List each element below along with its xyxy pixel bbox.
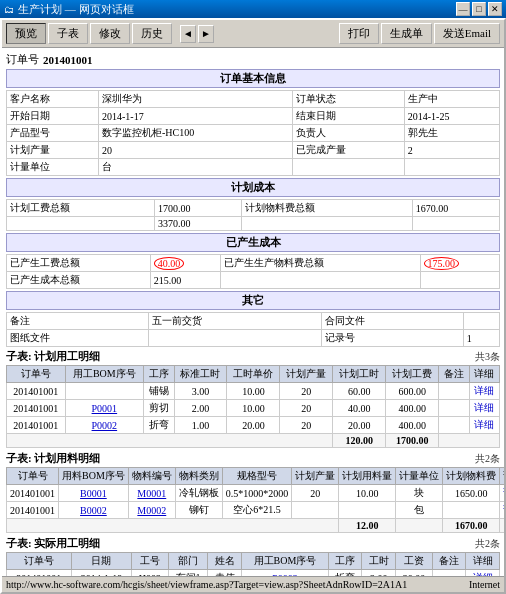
table-row: 已产生成本总额 215.00 <box>7 272 500 289</box>
col-plan-hours: 计划工时 <box>333 366 386 383</box>
field-value: 1670.00 <box>412 200 499 217</box>
table-row: 201401001 B0001 M0001 冷轧钢板 0.5*1000*2000… <box>7 485 505 502</box>
cell-plan-fee: 600.00 <box>386 383 439 400</box>
cell-unit-price: 10.00 <box>227 400 280 417</box>
total-usage: 12.00 <box>339 519 396 533</box>
plan-cost-table: 计划工费总额 1700.00 计划物料费总额 1670.00 3370.00 <box>6 199 500 231</box>
cell-process: 铺锡 <box>144 383 174 400</box>
basic-info-table: 客户名称 深圳华为 订单状态 生产中 开始日期 2014-1-17 结束日期 2… <box>6 90 500 176</box>
field-label: 订单状态 <box>293 91 405 108</box>
field-label: 计划物料费总额 <box>242 200 412 217</box>
col-std-hours: 标准工时 <box>174 366 227 383</box>
field-value-red: 40.00 <box>150 255 220 272</box>
table-row: 计划工费总额 1700.00 计划物料费总额 1670.00 <box>7 200 500 217</box>
total-unit <box>396 519 443 533</box>
cell-order-id: 201401001 <box>7 417 66 434</box>
col-plan-usage: 计划用料量 <box>339 468 396 485</box>
minimize-button[interactable]: — <box>456 2 470 16</box>
field-label: 已产生生产物料费总额 <box>220 255 420 272</box>
cell-bom[interactable]: B0002 <box>59 502 129 519</box>
actual-work-section: 子表: 实际用工明细 共2条 订单号 日期 工号 部门 姓名 用工BOM序号 工… <box>6 536 500 576</box>
main-window: 预览 子表 修改 历史 ◄ ► 打印 生成单 发送Email 订单号 20140… <box>0 18 506 594</box>
title-bar: 🗂 生产计划 — 网页对话框 — □ ✕ <box>0 0 506 18</box>
cell-std-hours: 1.00 <box>174 417 227 434</box>
close-button[interactable]: ✕ <box>488 2 502 16</box>
total-cost: 1670.00 <box>443 519 500 533</box>
material-table: 订单号 用料BOM序号 物料编号 物料类别 规格型号 计划产量 计划用料量 计量… <box>6 467 504 533</box>
col-dept: 部门 <box>168 553 208 570</box>
cell-plan-usage <box>339 502 396 519</box>
cell-mat-id[interactable]: M0002 <box>128 502 175 519</box>
col-mat-id: 物料编号 <box>128 468 175 485</box>
tab-history[interactable]: 历史 <box>132 23 172 44</box>
cell-spec: 0.5*1000*2000 <box>222 485 292 502</box>
cell-bom <box>65 383 144 400</box>
nav-prev-button[interactable]: ◄ <box>180 25 196 43</box>
cell-mat-id[interactable]: M0001 <box>128 485 175 502</box>
tab-edit[interactable]: 修改 <box>90 23 130 44</box>
window-title: 生产计划 — 网页对话框 <box>18 2 134 17</box>
cell-detail[interactable]: 详细 <box>500 502 504 519</box>
field-value: 台 <box>98 159 292 176</box>
actual-work-title: 子表: 实际用工明细 <box>6 536 100 551</box>
col-order-id: 订单号 <box>7 366 66 383</box>
tab-subtable[interactable]: 子表 <box>48 23 88 44</box>
cell-bom[interactable]: P0001 <box>65 400 144 417</box>
col-order-id: 订单号 <box>7 553 72 570</box>
field-value: 3370.00 <box>155 217 242 231</box>
cell-unit-price: 10.00 <box>227 383 280 400</box>
cell-bom[interactable]: P0002 <box>65 417 144 434</box>
cell-detail[interactable]: 详细 <box>469 383 499 400</box>
cell-detail[interactable]: 详细 <box>500 485 504 502</box>
field-value <box>149 330 321 347</box>
cell-detail[interactable]: 详细 <box>469 417 499 434</box>
total-row: 12.00 1670.00 <box>7 519 505 533</box>
material-header: 子表: 计划用料明细 共2条 <box>6 451 500 466</box>
cell-unit: 包 <box>396 502 443 519</box>
send-email-button[interactable]: 发送Email <box>434 23 500 44</box>
cell-bom[interactable]: B0001 <box>59 485 129 502</box>
col-mat-type: 物料类别 <box>175 468 222 485</box>
field-value: 2014-1-17 <box>98 108 292 125</box>
col-spec: 规格型号 <box>222 468 292 485</box>
work-group-count: 共3条 <box>475 350 500 364</box>
actual-work-header: 子表: 实际用工明细 共2条 <box>6 536 500 551</box>
field-label: 记录号 <box>321 330 463 347</box>
window-controls: — □ ✕ <box>456 2 502 16</box>
nav-next-button[interactable]: ► <box>198 25 214 43</box>
cell-remark <box>439 383 469 400</box>
cell-plan-fee: 400.00 <box>386 417 439 434</box>
table-row: 201401001 铺锡 3.00 10.00 20 60.00 600.00 … <box>7 383 500 400</box>
cell-plan-hours: 20.00 <box>333 417 386 434</box>
cell-plan-qty: 20 <box>292 485 339 502</box>
gen-order-button[interactable]: 生成单 <box>381 23 432 44</box>
material-section: 子表: 计划用料明细 共2条 订单号 用料BOM序号 物料编号 物料类别 规格型… <box>6 451 500 533</box>
table-row: 开始日期 2014-1-17 结束日期 2014-1-25 <box>7 108 500 125</box>
field-value: 215.00 <box>150 272 220 289</box>
table-header-row: 订单号 用料BOM序号 物料编号 物料类别 规格型号 计划产量 计划用料量 计量… <box>7 468 505 485</box>
field-label: 已完成产量 <box>293 142 405 159</box>
maximize-button[interactable]: □ <box>472 2 486 16</box>
field-value: 生产中 <box>404 91 499 108</box>
total-hours: 120.00 <box>333 434 386 448</box>
cell-mat-type: 铆钉 <box>175 502 222 519</box>
table-row: 3370.00 <box>7 217 500 231</box>
basic-info-header: 订单基本信息 <box>6 69 500 88</box>
col-date: 日期 <box>71 553 132 570</box>
total-row: 120.00 1700.00 <box>7 434 500 448</box>
cell-plan-hours: 60.00 <box>333 383 386 400</box>
material-count: 共2条 <box>475 452 500 466</box>
material-title: 子表: 计划用料明细 <box>6 451 100 466</box>
field-value: 郭先生 <box>404 125 499 142</box>
tab-preview[interactable]: 预览 <box>6 23 46 44</box>
table-row: 201401001 P0002 折弯 1.00 20.00 20 20.00 4… <box>7 417 500 434</box>
total-label <box>7 434 333 448</box>
field-value: 20 <box>98 142 292 159</box>
print-button[interactable]: 打印 <box>339 23 379 44</box>
table-row: 计量单位 台 <box>7 159 500 176</box>
cell-detail[interactable]: 详细 <box>469 400 499 417</box>
actual-work-table: 订单号 日期 工号 部门 姓名 用工BOM序号 工序 工时 工资 备注 详细 <box>6 552 500 576</box>
table-row: 备注 五一前交货 合同文件 <box>7 313 500 330</box>
work-group-title: 子表: 计划用工明细 <box>6 349 100 364</box>
cell-unit-price: 20.00 <box>227 417 280 434</box>
